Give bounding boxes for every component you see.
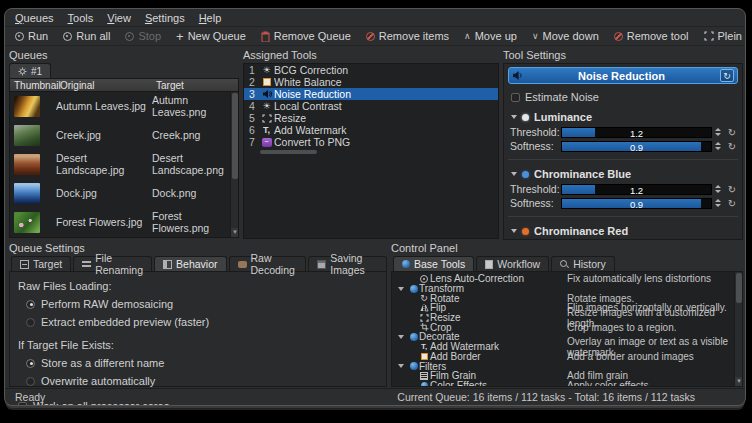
radio-extract-embedded-preview[interactable]: Extract embedded preview (faster) xyxy=(26,316,386,328)
column-thumbnail[interactable]: Thumbnail xyxy=(10,79,56,91)
radio-button[interactable] xyxy=(26,359,35,368)
gear-icon xyxy=(18,67,27,76)
menu-help[interactable]: Help xyxy=(199,12,222,26)
queue-row[interactable]: Forest.jpg Forest.png xyxy=(10,237,238,238)
stop-button[interactable]: Stop xyxy=(125,30,161,42)
radio-label: Overwrite automatically xyxy=(41,375,155,387)
queue-row[interactable]: Desert Landscape.jpg Desert Landscape.pn… xyxy=(10,150,238,179)
remove-tool-button[interactable]: Remove tool xyxy=(614,30,689,42)
threshold-slider[interactable]: 1,2 xyxy=(561,127,712,138)
move-up-button[interactable]: ∧ Move up xyxy=(464,30,517,42)
fullscreen-button[interactable]: Plein écran xyxy=(704,30,746,42)
run-all-button[interactable]: Run all xyxy=(63,30,110,42)
collapse-caret-icon[interactable] xyxy=(398,335,404,339)
radio-overwrite-automatically[interactable]: Overwrite automatically xyxy=(26,375,386,387)
section-label: Chrominance Blue xyxy=(534,168,631,180)
remove-items-button[interactable]: Remove items xyxy=(366,30,449,42)
remove-tool-label: Remove tool xyxy=(627,30,689,42)
radio-button[interactable] xyxy=(26,318,35,327)
tab-label: Workflow xyxy=(497,258,540,270)
horizontal-scrollbar-thumb[interactable] xyxy=(260,150,317,154)
target-filename: Creek.png xyxy=(152,129,238,141)
tab-base-tools[interactable]: Base Tools xyxy=(393,256,474,271)
assigned-tool-bcg[interactable]: 1 ☀ BCG Correction xyxy=(244,64,498,76)
queue-row[interactable]: Creek.jpg Creek.png xyxy=(10,121,238,150)
menu-queues[interactable]: Queues xyxy=(15,12,54,26)
tab-workflow[interactable]: Workflow xyxy=(476,256,549,271)
radio-label: Store as a different name xyxy=(41,357,164,369)
radio-store-different-name[interactable]: Store as a different name xyxy=(26,357,386,369)
tree-scrollbar[interactable]: ▼ xyxy=(734,272,742,386)
no-entry-icon xyxy=(614,32,623,41)
menu-settings[interactable]: Settings xyxy=(145,12,185,26)
section-luminance[interactable]: Luminance xyxy=(511,111,738,123)
tab-file-renaming[interactable]: File Renaming xyxy=(73,256,152,271)
luminance-softness-row: Softness: 0,9 ↻ xyxy=(510,140,738,152)
tab-history[interactable]: History xyxy=(551,256,615,271)
queue-row[interactable]: Autumn Leaves.jpg Autumn Leaves.png xyxy=(10,92,238,121)
threshold-slider[interactable]: 1,2 xyxy=(561,184,712,195)
spinbox-arrows[interactable] xyxy=(715,128,723,136)
section-label: Luminance xyxy=(534,111,592,123)
collapse-caret-icon[interactable] xyxy=(398,287,404,291)
assigned-tool-local-contrast[interactable]: 4 ☀ Local Contrast xyxy=(244,100,498,112)
reset-value-icon[interactable]: ↻ xyxy=(726,184,738,195)
scrollbar-down-arrow[interactable]: ▼ xyxy=(231,228,239,237)
reset-tool-button[interactable]: ↻ xyxy=(720,69,734,82)
remove-queue-button[interactable]: Remove Queue xyxy=(261,30,351,42)
tab-raw-decoding[interactable]: Raw Decoding xyxy=(229,256,307,271)
menu-view[interactable]: View xyxy=(107,12,131,26)
assigned-tool-white-balance[interactable]: 2 White Balance xyxy=(244,76,498,88)
scrollbar-thumb[interactable] xyxy=(232,93,238,179)
tool-label: White Balance xyxy=(274,76,342,88)
softness-slider[interactable]: 0,9 xyxy=(561,141,712,152)
collapse-caret-icon[interactable] xyxy=(511,172,517,176)
softness-slider[interactable]: 0,9 xyxy=(561,198,712,209)
spinbox-arrows[interactable] xyxy=(715,199,723,207)
move-down-button[interactable]: ∨ Move down xyxy=(532,30,599,42)
tab-saving-images[interactable]: Saving Images xyxy=(308,256,387,271)
column-original[interactable]: Original xyxy=(56,79,152,91)
radio-perform-raw-demosaicing[interactable]: Perform RAW demosaicing xyxy=(26,298,386,310)
reset-value-icon[interactable]: ↻ xyxy=(726,198,738,209)
new-queue-button[interactable]: + New Queue xyxy=(176,30,246,42)
menu-tools[interactable]: Tools xyxy=(68,12,94,26)
scrollbar-down-arrow[interactable]: ▼ xyxy=(735,377,743,386)
reset-value-icon[interactable]: ↻ xyxy=(726,127,738,138)
estimate-noise-row[interactable]: Estimate Noise xyxy=(511,91,738,103)
target-filename: Desert Landscape.png xyxy=(152,152,238,176)
collapse-caret-icon[interactable] xyxy=(511,115,517,119)
scrollbar-thumb[interactable] xyxy=(736,273,742,303)
tree-item-desc: Crop images to a region. xyxy=(567,322,677,333)
reset-value-icon[interactable]: ↻ xyxy=(726,141,738,152)
queue-table-scrollbar[interactable]: ▼ xyxy=(230,92,238,237)
run-button[interactable]: Run xyxy=(15,30,48,42)
section-chrominance-red[interactable]: Chrominance Red xyxy=(511,225,738,237)
assigned-tool-noise-reduction[interactable]: 3 Noise Reduction xyxy=(244,88,498,100)
chevron-down-icon: ∨ xyxy=(532,31,539,41)
column-target[interactable]: Target xyxy=(152,79,238,91)
section-chrominance-blue[interactable]: Chrominance Blue xyxy=(511,168,738,180)
queue-row[interactable]: Dock.jpg Dock.png xyxy=(10,179,238,208)
tab-target[interactable]: Target xyxy=(11,256,71,271)
threshold-label: Threshold: xyxy=(510,183,558,195)
radio-button[interactable] xyxy=(26,377,35,386)
queue-row[interactable]: Forest Flowers.jpg Forest Flowers.png xyxy=(10,208,238,237)
collapse-caret-icon[interactable] xyxy=(511,229,517,233)
assigned-tool-add-watermark[interactable]: 6 T, Add Watermark xyxy=(244,124,498,136)
assigned-tool-convert-png[interactable]: 7 ~ Convert To PNG xyxy=(244,136,498,148)
control-panel: Control Panel Base Tools Workflow Histor… xyxy=(391,242,743,388)
spinbox-arrows[interactable] xyxy=(715,142,723,150)
cb-threshold-row: Threshold: 1,2 ↻ xyxy=(510,183,738,195)
tool-number: 6 xyxy=(244,124,259,136)
softness-label: Softness: xyxy=(510,197,558,209)
spinbox-arrows[interactable] xyxy=(715,185,723,193)
tree-item-color-effects[interactable]: Color Effects Apply color effects xyxy=(392,381,742,387)
queues-panel: Queues #1 Thumbnail Original Target Autu… xyxy=(9,49,239,240)
collapse-caret-icon[interactable] xyxy=(398,364,404,368)
queue-tab-1[interactable]: #1 xyxy=(9,63,51,78)
radio-button[interactable] xyxy=(26,300,35,309)
estimate-noise-checkbox[interactable] xyxy=(511,93,520,102)
tab-behavior[interactable]: Behavior xyxy=(154,256,226,271)
assigned-tool-resize[interactable]: 5 Resize xyxy=(244,112,498,124)
